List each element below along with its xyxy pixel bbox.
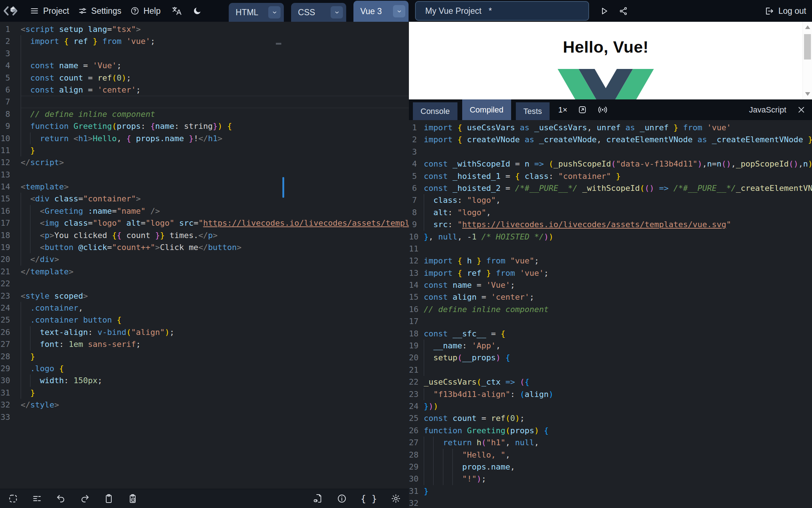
code-line: 20 setup(__props) {: [409, 352, 812, 364]
menu-help[interactable]: Help: [130, 6, 161, 16]
vue3-dropdown-button[interactable]: [393, 5, 405, 17]
scroll-up-arrow[interactable]: [805, 25, 810, 29]
code-line: 18 <p>You clicked {{ count }} times.</p>: [0, 229, 409, 241]
copy-code-button[interactable]: [128, 493, 138, 504]
tab-html[interactable]: HTML: [229, 3, 284, 22]
css-dropdown-button[interactable]: [331, 6, 343, 19]
editor-settings-button[interactable]: [391, 493, 401, 504]
project-title-button[interactable]: My Vue Project *: [415, 1, 589, 21]
indent-guide: [21, 241, 21, 253]
compiled-code-viewer[interactable]: 1import { useCssVars as _useCssVars, unr…: [409, 120, 812, 508]
line-number: 24: [0, 302, 21, 314]
vue-logo: [558, 69, 654, 99]
console-tabs: Console Compiled Tests: [409, 99, 550, 120]
paste-button[interactable]: [104, 493, 114, 504]
line-number: 23: [0, 290, 21, 302]
indent-guide: [30, 241, 30, 253]
code-line: 25 .container button {: [0, 314, 409, 326]
tab-script-vue3[interactable]: Vue 3: [353, 1, 409, 22]
custom-settings-button[interactable]: { }: [361, 493, 377, 504]
run-button[interactable]: [598, 6, 609, 16]
line-number: 17: [0, 217, 21, 229]
help-icon: [130, 6, 140, 16]
theme-toggle-button[interactable]: [192, 6, 202, 16]
tab-css[interactable]: CSS: [291, 3, 346, 22]
menu-project[interactable]: Project: [30, 6, 69, 16]
code-line: 33: [0, 411, 409, 423]
code-line: 13: [0, 169, 409, 181]
indent-guide: [30, 229, 30, 241]
code-line: 3: [0, 48, 409, 60]
format-code-button[interactable]: [32, 493, 42, 504]
line-number: 8: [409, 206, 424, 218]
code-line: 7: [0, 96, 409, 108]
braces-icon: { }: [361, 493, 377, 504]
indent-guide: [424, 388, 424, 400]
line-number: 33: [0, 411, 21, 423]
console-zoom-button[interactable]: 1×: [558, 105, 567, 115]
moon-icon: [192, 6, 202, 16]
indent-guide: [21, 120, 21, 132]
line-number: 2: [0, 35, 21, 47]
broadcast-button[interactable]: [597, 105, 608, 115]
html-dropdown-button[interactable]: [268, 6, 281, 19]
indent-guide: [21, 205, 21, 217]
external-resources-button[interactable]: [313, 493, 323, 504]
line-number: 31: [0, 387, 21, 399]
indent-guide: [424, 340, 424, 352]
line-number: 14: [0, 181, 21, 193]
tab-console[interactable]: Console: [413, 102, 457, 120]
code-line: 28 }: [0, 351, 409, 362]
scroll-down-arrow[interactable]: [805, 92, 810, 96]
indent-guide: [424, 352, 424, 364]
console-toolbar: Console Compiled Tests 1× JavaScript: [409, 99, 812, 120]
line-number: 26: [409, 425, 424, 437]
menu-settings[interactable]: Settings: [78, 6, 121, 16]
line-number: 21: [409, 364, 424, 376]
undo-button[interactable]: [56, 493, 66, 504]
code-line: 17: [409, 315, 812, 327]
line-number: 16: [0, 205, 21, 217]
logout-label: Log out: [778, 6, 806, 16]
chevron-down-icon: [272, 9, 278, 16]
tab-html-label: HTML: [236, 8, 258, 17]
indent-guide: [21, 193, 21, 205]
line-number: 25: [409, 412, 424, 424]
code-line: 27 font: 1em sans-serif;: [0, 338, 409, 350]
select-region-button[interactable]: [8, 493, 18, 504]
code-line: 14const name = 'Vue';: [409, 279, 812, 291]
code-line: 29 .logo {: [0, 362, 409, 374]
indent-guide: [424, 437, 424, 448]
menu-project-label: Project: [43, 6, 69, 16]
line-number: 1: [409, 122, 424, 134]
code-editor[interactable]: 1<script setup lang="tsx">2 import { ref…: [0, 22, 409, 489]
indent-guide: [21, 387, 21, 399]
code-line: 3: [409, 146, 812, 158]
indent-guide: [433, 437, 434, 448]
code-line: 6 const align = 'center';: [0, 84, 409, 96]
tab-tests[interactable]: Tests: [516, 102, 550, 120]
console-close-button[interactable]: [796, 105, 806, 115]
scrollbar-thumb[interactable]: [804, 34, 811, 60]
tab-compiled[interactable]: Compiled: [462, 99, 511, 120]
line-number: 1: [0, 23, 21, 35]
line-number: 21: [0, 266, 21, 278]
line-number: 20: [0, 253, 21, 265]
open-in-new-window-button[interactable]: [577, 105, 587, 115]
code-line: 32</style>: [0, 399, 409, 411]
indent-guide: [433, 461, 434, 473]
line-number: 15: [0, 193, 21, 205]
code-line: 12import { h } from "vue";: [409, 255, 812, 267]
app-logo[interactable]: [0, 0, 21, 22]
logout-button[interactable]: Log out: [764, 6, 806, 16]
share-button[interactable]: [618, 6, 628, 16]
line-number: 19: [409, 340, 424, 352]
preview-scrollbar[interactable]: [803, 22, 812, 99]
indent-guide: [424, 218, 424, 230]
code-line: 8 alt: "logo",: [409, 206, 812, 218]
editor-toolbar-left: [8, 493, 138, 504]
redo-button[interactable]: [80, 493, 90, 504]
translate-button[interactable]: [171, 6, 182, 16]
editor-info-button[interactable]: [337, 493, 347, 504]
line-number: 6: [409, 182, 424, 194]
